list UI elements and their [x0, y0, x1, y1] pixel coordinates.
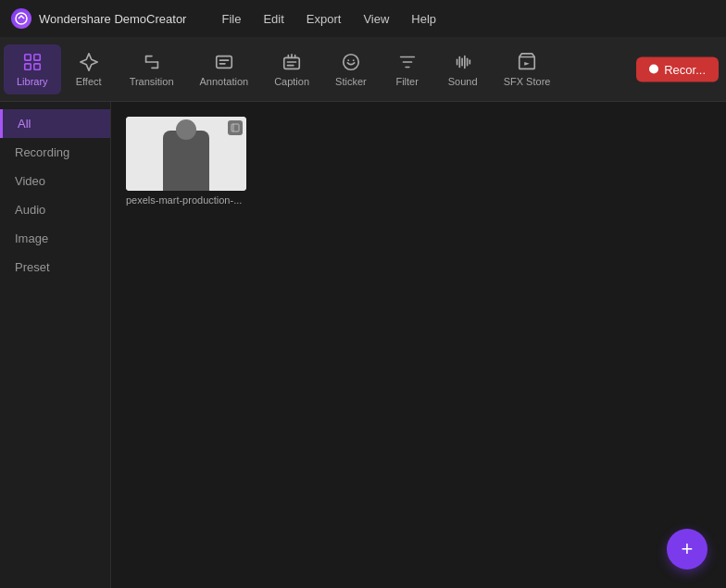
content-area: pexels-mart-production-... + — [111, 102, 726, 588]
record-label: Recor... — [664, 62, 706, 76]
svg-rect-9 — [284, 57, 300, 69]
menu-file[interactable]: File — [212, 8, 250, 30]
fab-button[interactable]: + — [667, 529, 707, 569]
sfxstore-icon — [517, 52, 537, 72]
menu-bar: File Edit Export View Help — [212, 8, 445, 30]
sidebar-item-preset[interactable]: Preset — [0, 253, 110, 281]
effect-icon — [79, 52, 99, 72]
svg-rect-3 — [25, 63, 31, 69]
transition-icon — [142, 52, 162, 72]
svg-rect-25 — [232, 124, 239, 131]
sidebar-item-image[interactable]: Image — [0, 224, 110, 253]
annotation-icon — [214, 52, 234, 72]
media-thumbnail — [126, 117, 246, 191]
svg-rect-4 — [34, 63, 40, 69]
fab-icon: + — [682, 537, 694, 561]
toolbar-annotation[interactable]: Annotation — [187, 44, 262, 94]
toolbar-filter-label: Filter — [395, 76, 418, 87]
menu-view[interactable]: View — [354, 8, 398, 30]
caption-icon — [282, 52, 302, 72]
toolbar-filter[interactable]: Filter — [380, 44, 435, 94]
toolbar-transition-label: Transition — [130, 76, 174, 87]
record-button[interactable]: Recor... — [636, 56, 719, 81]
menu-export[interactable]: Export — [297, 8, 351, 30]
toolbar-library[interactable]: Library — [4, 44, 61, 94]
sidebar-item-audio[interactable]: Audio — [0, 195, 110, 224]
svg-point-13 — [347, 59, 349, 61]
toolbar-sticker-label: Sticker — [335, 76, 367, 87]
toolbar-caption[interactable]: Caption — [261, 44, 322, 94]
app-logo — [11, 8, 31, 29]
sidebar-item-all[interactable]: All — [0, 109, 110, 138]
svg-rect-6 — [217, 56, 232, 68]
filter-icon — [397, 52, 418, 72]
menu-edit[interactable]: Edit — [254, 8, 293, 30]
app-name: Wondershare DemoCreator — [39, 12, 186, 26]
sidebar-item-video[interactable]: Video — [0, 167, 110, 195]
toolbar-sticker[interactable]: Sticker — [322, 44, 380, 94]
toolbar-sound-label: Sound — [448, 76, 478, 87]
record-dot — [649, 65, 658, 74]
svg-point-14 — [353, 59, 355, 61]
toolbar-transition[interactable]: Transition — [117, 44, 187, 94]
toolbar-sfxstore[interactable]: SFX Store — [491, 44, 564, 94]
svg-rect-2 — [34, 54, 40, 59]
svg-point-0 — [16, 13, 27, 24]
sidebar: All Recording Video Audio Image Preset — [0, 102, 111, 588]
toolbar-sound[interactable]: Sound — [435, 44, 491, 94]
menu-help[interactable]: Help — [402, 8, 445, 30]
svg-point-12 — [344, 54, 359, 69]
toolbar-effect[interactable]: Effect — [61, 44, 117, 94]
toolbar-annotation-label: Annotation — [200, 76, 249, 87]
thumb-badge — [228, 120, 243, 135]
sidebar-item-recording[interactable]: Recording — [0, 138, 110, 167]
toolbar-sfxstore-label: SFX Store — [504, 76, 551, 87]
library-icon — [22, 52, 43, 72]
toolbar: Library Effect Transition Annotation — [0, 37, 726, 102]
sound-icon — [453, 52, 473, 72]
toolbar-caption-label: Caption — [274, 76, 309, 87]
svg-rect-1 — [25, 54, 31, 59]
toolbar-effect-label: Effect — [76, 76, 102, 87]
main-area: All Recording Video Audio Image Preset — [0, 102, 726, 588]
sticker-icon — [341, 52, 361, 72]
titlebar: Wondershare DemoCreator File Edit Export… — [0, 0, 726, 37]
media-name: pexels-mart-production-... — [126, 194, 246, 206]
media-grid: pexels-mart-production-... — [126, 117, 711, 206]
toolbar-library-label: Library — [17, 76, 48, 87]
media-item[interactable]: pexels-mart-production-... — [126, 117, 246, 206]
